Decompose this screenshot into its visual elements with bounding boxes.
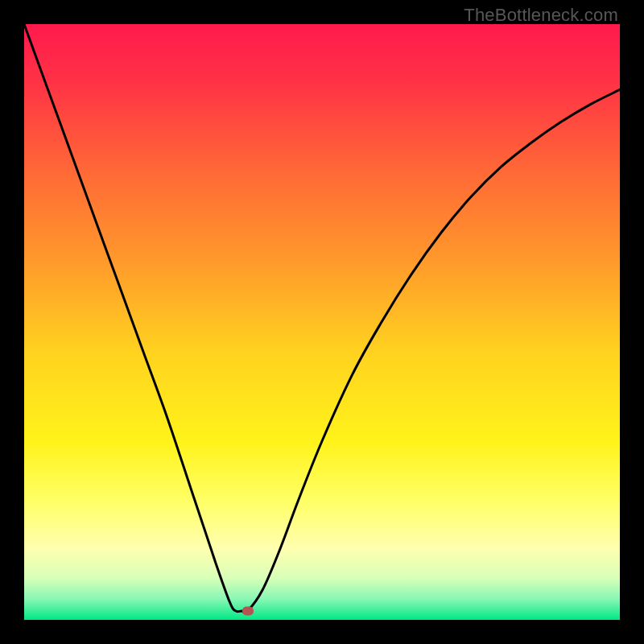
chart-background xyxy=(24,24,620,620)
optimum-marker xyxy=(242,606,254,615)
watermark-text: TheBottleneck.com xyxy=(464,5,618,26)
chart-frame xyxy=(24,24,620,620)
bottleneck-chart xyxy=(24,24,620,620)
